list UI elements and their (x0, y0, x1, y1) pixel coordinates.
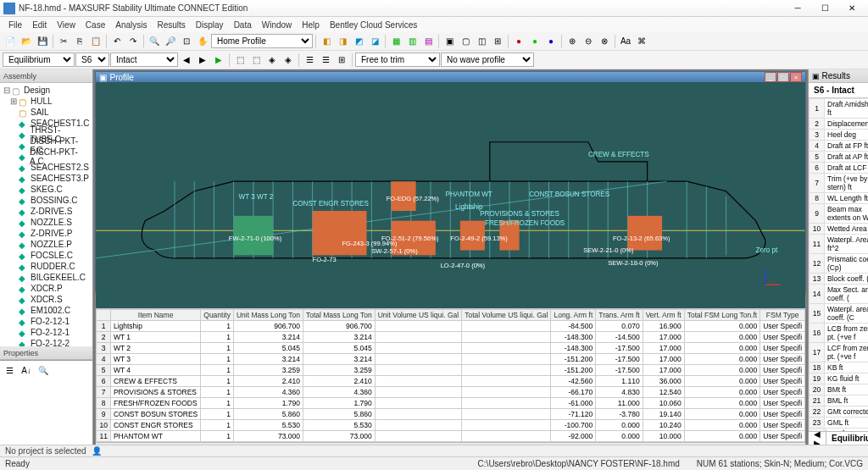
results-tab-equilibrium[interactable]: Equilibrium (826, 434, 868, 443)
prev-icon[interactable]: ◀ (179, 53, 194, 68)
menu-view[interactable]: View (52, 20, 81, 30)
new-icon[interactable]: 📄 (3, 34, 18, 49)
col-header[interactable]: Total FSM Long Ton.ft (684, 310, 760, 321)
col-header[interactable]: Long. Arm ft (551, 310, 596, 321)
results-row[interactable]: 23GML ft318.480 (810, 417, 868, 429)
tree-item[interactable]: ◆DISCH-PKT-A.C (2, 151, 91, 162)
results-row[interactable]: 21BML ft328.299 (810, 395, 868, 406)
run-icon[interactable]: ▶ (211, 53, 226, 68)
redo-icon[interactable]: ↷ (125, 34, 141, 49)
minimize-button[interactable]: ─ (785, 2, 810, 15)
results-row[interactable]: 22GMt corrected ft8.074 (810, 406, 868, 417)
table-row[interactable]: 2WT 113.2143.214-148.300-14.50017.0000.0… (97, 332, 805, 343)
paste-icon[interactable]: 📋 (88, 34, 103, 49)
menu-case[interactable]: Case (81, 20, 110, 30)
tree-item[interactable]: ◆XDCR.S (2, 294, 91, 305)
results-row[interactable]: 20BMt ft17.893 (810, 384, 868, 395)
col-header[interactable]: Quantity (201, 310, 234, 321)
results-row[interactable]: 7Trim (+ve by stern) ft0.111 (810, 174, 868, 193)
zoom-in-icon[interactable]: 🔍 (147, 34, 162, 49)
tb-j-icon[interactable]: ◫ (474, 34, 489, 49)
tb-c-icon[interactable]: ◩ (351, 34, 366, 49)
menu-data[interactable]: Data (229, 20, 257, 30)
table-row[interactable]: 6CREW & EFFECTS12.4102.410-42.5601.11036… (97, 376, 805, 387)
tree-item[interactable]: ◆FO-2-12-1 (2, 327, 91, 338)
tree-item[interactable]: ◆FOCSLE.C (2, 250, 91, 261)
results-row[interactable]: 19KG fluid ft16.207 (810, 373, 868, 384)
results-row[interactable]: 6Draft at LCF ft10.420 (810, 163, 868, 174)
wave-combo[interactable]: No wave profile (441, 53, 534, 67)
trim-combo[interactable]: Free to trim (355, 53, 440, 67)
t2-e-icon[interactable]: ☰ (302, 53, 317, 68)
tank-grid[interactable]: Item NameQuantityUnit Mass Long TonTotal… (96, 309, 805, 442)
menu-bentley-cloud-services[interactable]: Bentley Cloud Services (325, 20, 422, 30)
tb-o-icon[interactable]: ⊕ (565, 34, 580, 49)
table-row[interactable]: 3WT 215.0455.045-148.300-17.50017.0000.0… (97, 343, 805, 354)
tree-sail[interactable]: ▢SAIL (2, 107, 91, 118)
table-row[interactable]: 1Lightship1906.700906.700-84.5000.07016.… (97, 321, 805, 332)
copy-icon[interactable]: ⎘ (72, 34, 87, 49)
menu-file[interactable]: File (3, 20, 27, 30)
results-row[interactable]: 2Displacement LT1176 (810, 119, 868, 130)
menu-window[interactable]: Window (257, 20, 298, 30)
pan-icon[interactable]: ✋ (195, 34, 210, 49)
results-grid[interactable]: 1Draft Amidships ft10.4152Displacement L… (809, 98, 868, 431)
table-row[interactable]: 11PHANTOM WT173.00073.000-92.0000.00010.… (97, 431, 805, 442)
results-row[interactable]: 10Wetted Area ft^27876.685 (810, 224, 868, 235)
tb-e-icon[interactable]: ▦ (388, 34, 403, 49)
zoom-out-icon[interactable]: 🔎 (163, 34, 178, 49)
col-header[interactable]: Total Volume US liqui. Gal (462, 310, 551, 321)
open-icon[interactable]: 📂 (19, 34, 34, 49)
col-header[interactable]: Trans. Arm ft (596, 310, 643, 321)
results-row[interactable]: 8WL Length ft176.591 (810, 193, 868, 204)
t2-f-icon[interactable]: ☰ (318, 53, 333, 68)
results-row[interactable]: 4Draft at FP ft10.359 (810, 141, 868, 152)
project-user-icon[interactable]: 👤 (92, 446, 102, 456)
col-header[interactable]: FSM Type (760, 310, 805, 321)
tree-item[interactable]: ◆XDCR.P (2, 283, 91, 294)
results-row[interactable]: 12Prismatic coeff. (Cp)0.681 (810, 254, 868, 274)
props-cat-icon[interactable]: ☰ (2, 362, 17, 378)
cut-icon[interactable]: ✂ (56, 34, 71, 49)
tb-i-icon[interactable]: ▢ (458, 34, 473, 49)
table-row[interactable]: 7PROVISIONS & STORES14.3604.360-66.1704.… (97, 387, 805, 398)
tree-item[interactable]: ◆FO-2-12-2 (2, 338, 91, 346)
tree-item[interactable]: ◆Z-DRIVE.S (2, 206, 91, 217)
undo-icon[interactable]: ↶ (109, 34, 125, 49)
tree-item[interactable]: ◆SEACHEST2.S (2, 162, 91, 173)
tree-item[interactable]: ◆RUDDER.C (2, 261, 91, 272)
menu-edit[interactable]: Edit (27, 20, 52, 30)
tb-g-icon[interactable]: ▤ (420, 34, 436, 49)
props-search-icon[interactable]: 🔍 (36, 362, 51, 378)
save-icon[interactable]: 💾 (35, 34, 50, 49)
tree-item[interactable]: ◆NOZZLE.P (2, 239, 91, 250)
props-az-icon[interactable]: A↓ (19, 362, 34, 378)
assembly-tree[interactable]: ⊟▢Design ⊞▢HULL ▢SAIL ◆SEACHEST1.C◆THRST… (0, 83, 92, 346)
tb-q-icon[interactable]: ⊗ (597, 34, 612, 49)
results-row[interactable]: 3Heel deg-1.3 (810, 130, 868, 141)
next-icon[interactable]: ▶ (195, 53, 210, 68)
view-combo[interactable]: Home Profile (211, 34, 313, 48)
tb-p-icon[interactable]: ⊖ (581, 34, 596, 49)
profile-min-icon[interactable]: _ (765, 72, 776, 82)
results-row[interactable]: 16LCB from zero pt. (+ve f-85.811 (810, 323, 868, 343)
tree-item[interactable]: ◆SKEG.C (2, 184, 91, 195)
tb-s-icon[interactable]: ⌘ (634, 34, 649, 49)
tb-f-icon[interactable]: ▥ (404, 34, 420, 49)
menu-display[interactable]: Display (191, 20, 229, 30)
maximize-button[interactable]: ☐ (812, 2, 837, 15)
tb-m-icon[interactable]: ● (527, 34, 542, 49)
tree-item[interactable]: ◆BOSSING.C (2, 195, 91, 206)
col-header[interactable]: Unit Volume US liqui. Gal (375, 310, 461, 321)
results-row[interactable]: 5Draft at AP ft10.471 (810, 152, 868, 163)
t2-g-icon[interactable]: ⊞ (334, 53, 349, 68)
tree-item[interactable]: ◆NOZZLE.S (2, 217, 91, 228)
col-header[interactable]: Vert. Arm ft (643, 310, 684, 321)
results-row[interactable]: 11Waterpl. Area ft^26211.617 (810, 235, 868, 254)
tb-r-icon[interactable]: Aa (618, 34, 633, 49)
col-header[interactable]: Unit Mass Long Ton (233, 310, 303, 321)
table-row[interactable]: 10CONST ENGR STORES15.5305.530-100.7000.… (97, 420, 805, 431)
tree-item[interactable]: ◆SEACHEST3.P (2, 173, 91, 184)
results-row[interactable]: 13Block coeff. (Cb)0.562 (810, 274, 868, 285)
tree-item[interactable]: ◆BILGEKEEL.C (2, 272, 91, 283)
